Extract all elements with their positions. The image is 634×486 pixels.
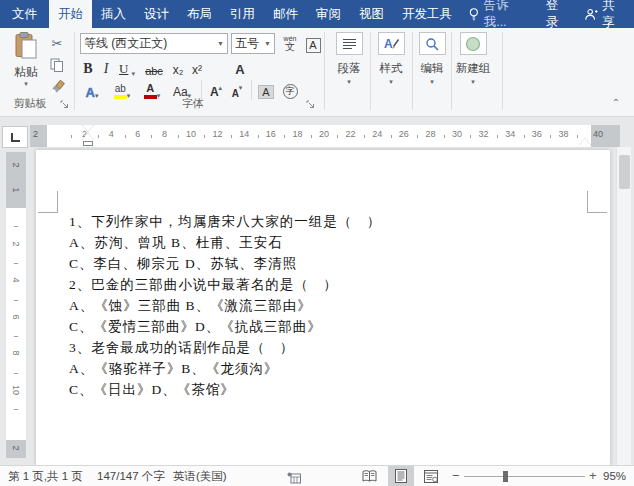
ruler-tick	[14, 300, 18, 301]
ruler-tick	[497, 135, 498, 138]
tab-stop-selector[interactable]	[2, 126, 28, 148]
new-group-button[interactable]: 新建组 ▾	[447, 32, 499, 85]
tab-插入[interactable]: 插入	[92, 0, 135, 28]
doc-line[interactable]: C、李白、柳宗元 D、苏轼、李清照	[69, 253, 589, 274]
text-boundary-mark	[57, 191, 58, 213]
h-ruler-white: 2468101214161820222426283032343638	[47, 125, 591, 147]
ruler-number: 2	[11, 234, 21, 254]
paste-clipboard-icon	[15, 32, 38, 59]
zoom-in-button[interactable]: +	[589, 466, 597, 486]
ruler-tick	[417, 135, 418, 138]
horizontal-ruler[interactable]: 2 2468101214161820222426283032343638 40	[30, 125, 620, 147]
paragraph-lines-icon	[342, 38, 357, 50]
first-line-indent-marker[interactable]	[82, 125, 94, 132]
tab-邮件[interactable]: 邮件	[264, 0, 307, 28]
ruler-number: 8	[157, 129, 171, 139]
underline-dropdown-arrow[interactable]: ▾	[128, 71, 135, 77]
scrollbar-thumb[interactable]	[619, 155, 630, 189]
doc-line[interactable]: C、《日出》D、《茶馆》	[69, 379, 589, 400]
doc-line[interactable]: A、苏洵、曾巩 B、杜甫、王安石	[69, 232, 589, 253]
tell-me-button[interactable]: 告诉我...	[461, 0, 534, 31]
strikethrough-button[interactable]: abc	[141, 58, 167, 78]
styles-group-button[interactable]: A 样式 ▾	[368, 32, 414, 85]
ruler-tick	[470, 135, 471, 138]
share-person-icon	[584, 7, 598, 22]
print-layout-icon	[395, 469, 407, 483]
group-separator	[324, 32, 325, 110]
character-border-icon: A	[306, 38, 321, 53]
paste-dropdown-arrow[interactable]: ▾	[6, 81, 46, 87]
zoom-slider-track[interactable]	[464, 476, 585, 477]
vertical-ruler[interactable]: 246810 2 1 2	[6, 152, 26, 458]
share-button[interactable]: 共享	[580, 0, 634, 31]
text-boundary-mark	[587, 191, 588, 213]
page-number-indicator[interactable]: 第 1 页,共 1 页	[8, 466, 83, 486]
character-border-button[interactable]: A	[303, 34, 323, 54]
paste-button[interactable]: 粘贴 ▾	[6, 32, 46, 96]
read-mode-button[interactable]	[356, 466, 382, 486]
ribbon-tab-bar: 文件 开始插入设计布局引用邮件审阅视图开发工具 告诉我... 登录 共享	[0, 0, 634, 28]
word-count-indicator[interactable]: 147/147 个字	[97, 466, 165, 486]
text-boundary-mark	[38, 212, 58, 213]
font-dialog-launcher[interactable]	[306, 99, 316, 109]
clipboard-dialog-launcher[interactable]	[60, 99, 70, 109]
right-indent-marker[interactable]	[579, 138, 591, 145]
tab-引用[interactable]: 引用	[221, 0, 264, 28]
doc-line[interactable]: A、《骆驼祥子》B、《龙须沟》	[69, 358, 589, 379]
ribbon: 粘贴 ▾ ✂ 剪贴板 等线 (西文正文)▼ 五号▼ wén 文	[0, 28, 634, 117]
styles-dropdown-arrow[interactable]: ▾	[368, 79, 414, 85]
font-name-combo[interactable]: 等线 (西文正文)▼	[80, 33, 228, 54]
print-layout-button[interactable]	[388, 466, 414, 486]
tab-设计[interactable]: 设计	[135, 0, 178, 28]
left-indent-marker[interactable]	[83, 141, 93, 146]
zoom-level-indicator[interactable]: 95%	[603, 466, 626, 486]
italic-button[interactable]: I	[99, 58, 113, 78]
ribbon-tabs: 开始插入设计布局引用邮件审阅视图开发工具	[49, 0, 461, 28]
language-indicator[interactable]: 英语(美国)	[173, 466, 227, 486]
tab-file[interactable]: 文件	[0, 0, 49, 28]
ruler-tick	[98, 135, 99, 138]
copy-button[interactable]	[46, 55, 68, 75]
doc-line[interactable]: 3、老舍最成功的话剧作品是（ ）	[69, 337, 589, 358]
bold-button[interactable]: B	[80, 58, 96, 78]
ruler-number: 4	[104, 129, 118, 139]
new-group-dropdown-arrow[interactable]: ▾	[447, 79, 499, 85]
ruler-number: 12	[211, 129, 225, 139]
subscript-button[interactable]: x₂	[169, 58, 187, 78]
font-size-combo[interactable]: 五号▼	[231, 33, 275, 54]
underline-button[interactable]: U▾	[115, 58, 139, 78]
ruler-number: 10	[184, 129, 198, 139]
tab-布局[interactable]: 布局	[178, 0, 221, 28]
macro-recording-button[interactable]	[287, 470, 301, 486]
tab-开发工具[interactable]: 开发工具	[393, 0, 461, 28]
doc-line[interactable]: 2、巴金的三部曲小说中最著名的是（ ）	[69, 274, 589, 295]
ruler-tick	[151, 135, 152, 138]
tab-审阅[interactable]: 审阅	[307, 0, 350, 28]
zoom-out-button[interactable]: −	[452, 466, 460, 486]
paragraph-group-button[interactable]: 段落 ▾	[326, 32, 372, 85]
vertical-scrollbar[interactable]	[616, 147, 631, 465]
lightbulb-icon	[469, 7, 479, 22]
clear-formatting-button[interactable]: A	[226, 58, 254, 78]
paragraph-dropdown-arrow[interactable]: ▾	[326, 79, 372, 85]
ruler-number: 10	[11, 380, 21, 400]
doc-line[interactable]: A、《蚀》三部曲 B、《激流三部由》	[69, 295, 589, 316]
collapse-ribbon-button[interactable]: ⌃	[608, 98, 624, 110]
tab-视图[interactable]: 视图	[350, 0, 393, 28]
superscript-button[interactable]: x²	[188, 58, 206, 78]
zoom-slider-thumb[interactable]	[503, 471, 508, 482]
sign-in-button[interactable]: 登录	[534, 0, 580, 31]
ruler-tick	[178, 135, 179, 138]
doc-line[interactable]: C、《爱情三部曲》D、《抗战三部曲》	[69, 316, 589, 337]
web-layout-button[interactable]	[418, 466, 444, 486]
doc-line[interactable]: 1、下列作家中，均属唐宋八大家的一组是（ ）	[69, 211, 589, 232]
tab-开始[interactable]: 开始	[49, 0, 92, 28]
cut-button[interactable]: ✂	[46, 33, 68, 53]
hanging-indent-marker[interactable]	[82, 133, 94, 140]
format-painter-button[interactable]	[46, 77, 68, 97]
titlebar-right: 告诉我... 登录 共享	[461, 0, 634, 28]
ruler-number: 4	[11, 270, 21, 290]
ruler-margin-number: 1	[11, 180, 21, 200]
phonetic-guide-button[interactable]: wén 文	[279, 33, 301, 53]
document-page[interactable]: 1、下列作家中，均属唐宋八大家的一组是（ ）A、苏洵、曾巩 B、杜甫、王安石C、…	[36, 150, 610, 465]
